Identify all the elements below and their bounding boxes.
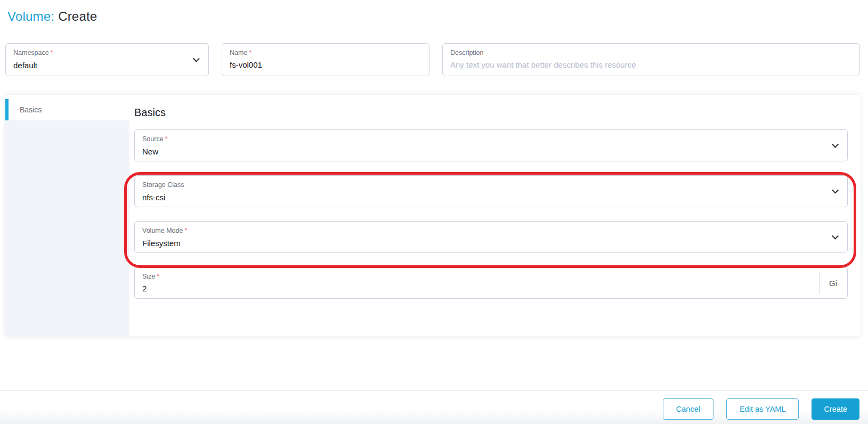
section-heading: Basics [134, 105, 848, 119]
sidebar-tab-basics[interactable]: Basics [5, 99, 129, 120]
description-field-container: Description [442, 43, 860, 76]
required-asterisk: * [165, 135, 168, 143]
edit-as-yaml-button[interactable]: Edit as YAML [726, 398, 799, 420]
required-asterisk: * [51, 49, 53, 56]
size-label: Size* [142, 273, 840, 281]
page-header: Volume:Create [0, 0, 868, 24]
sidebar-background [5, 120, 129, 336]
volume-mode-value: Filesystem [142, 238, 840, 249]
resource-form-card: Basics Basics Source* New Storage Class … [5, 95, 861, 336]
name-label: Name* [230, 49, 421, 58]
name-field-container: Name* [222, 43, 429, 76]
storage-class-label: Storage Class [142, 181, 840, 190]
required-asterisk: * [249, 49, 252, 56]
required-asterisk: * [184, 227, 187, 234]
tabs-sidebar: Basics [5, 95, 129, 336]
size-unit-wrap: Gi [819, 267, 847, 298]
header-divider [5, 36, 863, 36]
source-value: New [142, 146, 840, 157]
description-input[interactable] [450, 60, 852, 69]
source-label: Source* [142, 135, 840, 144]
storage-class-value: nfs-csi [142, 192, 840, 203]
name-input[interactable] [230, 60, 421, 69]
top-form-row: Namespace* default Name* Description [5, 43, 860, 76]
size-input[interactable] [142, 284, 808, 293]
sidebar-tab-basics-label: Basics [20, 105, 42, 114]
create-button[interactable]: Create [812, 398, 859, 420]
namespace-label: Namespace* [13, 49, 201, 58]
page-title-resource: Volume: [7, 9, 54, 23]
namespace-select[interactable]: Namespace* default [5, 43, 209, 76]
description-label: Description [450, 49, 852, 58]
footer-action-bar: Cancel Edit as YAML Create [0, 390, 868, 424]
basics-panel: Basics Source* New Storage Class nfs-csi… [129, 95, 861, 336]
volume-mode-select[interactable]: Volume Mode* Filesystem [134, 221, 848, 253]
volume-mode-label: Volume Mode* [142, 227, 840, 235]
page-title-action: Create [58, 9, 97, 23]
size-unit-suffix: Gi [829, 279, 837, 288]
storage-class-select[interactable]: Storage Class nfs-csi [134, 175, 848, 207]
cancel-button[interactable]: Cancel [663, 398, 713, 420]
namespace-value: default [13, 60, 201, 71]
size-unit-divider [819, 272, 820, 294]
required-asterisk: * [157, 273, 159, 280]
source-select[interactable]: Source* New [134, 129, 848, 161]
size-field-container: Size* Gi [134, 267, 848, 299]
page-title: Volume:Create [7, 9, 868, 24]
